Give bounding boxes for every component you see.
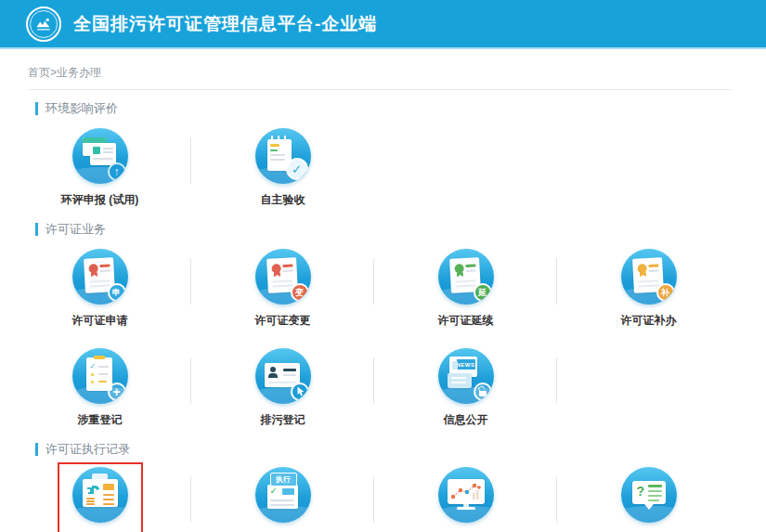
sheet-line (451, 377, 466, 379)
cert-line (455, 284, 475, 287)
menu-item-execution-report[interactable]: 执行 ✓ 执行报告 (191, 461, 374, 532)
cert-line (272, 279, 292, 282)
menu-item-label: 排污登记 (261, 412, 305, 428)
menu-item-permit-renew[interactable]: 延 许可证延续 (374, 243, 557, 331)
question-mark: ? (637, 485, 645, 498)
heavy-metal-register-icon: ✓ + (72, 348, 128, 404)
cert-line (465, 269, 475, 272)
menu-item-eia-declare[interactable]: ↑ 环评申报 (试用) (8, 123, 191, 211)
ribbon-tails (273, 272, 279, 277)
rule-line (648, 495, 662, 497)
cert-line (89, 284, 110, 287)
wave-line (86, 500, 95, 502)
info-disclosure-icon: NEWS (438, 348, 494, 404)
discharge-register-icon (255, 348, 311, 404)
wave-line (86, 498, 95, 500)
monitor-screen-shape (448, 479, 485, 504)
front-doc-shape (90, 143, 116, 165)
change-badge: 变 (291, 283, 309, 302)
menu-item-monitoring-record[interactable]: 监测记录 (374, 461, 557, 532)
menu-item-permit-apply[interactable]: 申 许可证申请 (8, 243, 191, 331)
breadcrumb[interactable]: 首页>业务办理 (28, 49, 732, 90)
menu-item-ledger-record[interactable]: 台账记录 (8, 461, 191, 532)
check-badge: ✓ (286, 158, 308, 180)
cert-line-accent (465, 264, 475, 267)
person-body (268, 373, 278, 378)
cert-line-accent (99, 264, 110, 267)
clipboard-shape: ✓ (86, 357, 112, 391)
apply-badge: 申 (108, 283, 126, 302)
rules-bubble-shape: ? (632, 481, 666, 504)
reissue-badge: 补 (656, 283, 675, 302)
ribbon-tails (456, 272, 462, 277)
page-title: 全国排污许可证管理信息平台-企业端 (73, 12, 377, 36)
menu-item-info-disclosure[interactable]: NEWS 信息公开 (374, 343, 557, 431)
list-line-accent (98, 381, 107, 383)
permit-apply-icon: 申 (72, 249, 128, 305)
cert-line (89, 279, 110, 282)
self-acceptance-check-icon: ✓ (255, 128, 311, 184)
cert-line (638, 284, 658, 287)
ledger-record-icon (72, 467, 128, 523)
business-portal-page: 全国排污许可证管理信息平台-企业端 首页>业务办理 环境影响评价 ↑ 环评申报 … (0, 0, 766, 532)
execution-report-icon: 执行 ✓ (255, 467, 311, 523)
permit-reissue-icon: 补 (621, 249, 677, 305)
note-line (270, 154, 285, 156)
cert-line (272, 284, 292, 287)
menu-item-permit-change[interactable]: 变 许可证变更 (191, 243, 374, 331)
binder-ring (271, 136, 273, 141)
emblem-inner-ring (30, 10, 58, 38)
list-dot (91, 373, 94, 376)
menu-item-label: 许可证延续 (438, 313, 494, 329)
menu-item-label: 环评申报 (试用) (61, 192, 138, 208)
card-line (283, 374, 296, 376)
ribbon-rosette (637, 264, 647, 274)
menu-item-permit-reissue[interactable]: 补 许可证补办 (557, 243, 740, 331)
eia-declare-upload-icon: ↑ (72, 128, 128, 184)
permit-change-icon: 变 (255, 249, 311, 305)
menu-item-discharge-register[interactable]: 排污登记 (191, 343, 374, 431)
bubble-tail (644, 504, 654, 510)
ribbon-tails (90, 272, 97, 277)
row-permit-1: 申 许可证申请 变 许可证变更 (0, 243, 766, 331)
section-title-permit-business: 许可证业务 (35, 223, 766, 236)
menu-item-label: 信息公开 (444, 412, 488, 428)
news-thumb (452, 361, 458, 370)
renew-badge: 延 (474, 283, 492, 302)
click-hand-badge (291, 383, 309, 401)
monitor-neck (463, 504, 469, 507)
report-card-shape: ✓ (267, 485, 298, 509)
monitoring-record-icon (438, 467, 494, 523)
ministry-emblem-logo (26, 6, 61, 42)
monitor-base (457, 507, 475, 510)
report-block (282, 488, 294, 495)
cursor-icon (295, 386, 305, 397)
ribbon-rosette (454, 264, 464, 274)
doc-line (93, 158, 113, 160)
discharge-faucet-icon (85, 483, 100, 496)
row-permit-2: ✓ + 涉重登记 (0, 343, 766, 431)
report-line (270, 504, 294, 506)
ledger-line (103, 494, 114, 496)
binder-ring (284, 136, 286, 141)
report-line (270, 500, 294, 501)
card-line-dark (283, 369, 296, 371)
empty-cell (557, 123, 740, 211)
mountain-water-emblem-icon (34, 15, 53, 33)
menu-item-self-acceptance[interactable]: ✓ 自主验收 (191, 123, 374, 211)
ribbon-tails (639, 272, 645, 277)
menu-item-label: 许可证变更 (255, 313, 311, 329)
cert-line-accent (282, 264, 292, 267)
execution-tab: 执行 (270, 473, 297, 487)
upload-arrow-badge: ↑ (108, 162, 126, 181)
note-line-green (270, 149, 278, 151)
menu-item-heavy-metal-register[interactable]: ✓ + 涉重登记 (8, 343, 191, 431)
sheet-line (451, 382, 466, 383)
menu-item-correction-rules[interactable]: ? 改正规定 (557, 461, 740, 532)
tick-mark: ✓ (90, 363, 97, 370)
plus-badge: + (108, 383, 126, 401)
ledger-line (103, 503, 114, 505)
ledger-line (103, 499, 114, 500)
cert-line (638, 279, 658, 282)
menu-item-label: 许可证申请 (72, 313, 128, 329)
